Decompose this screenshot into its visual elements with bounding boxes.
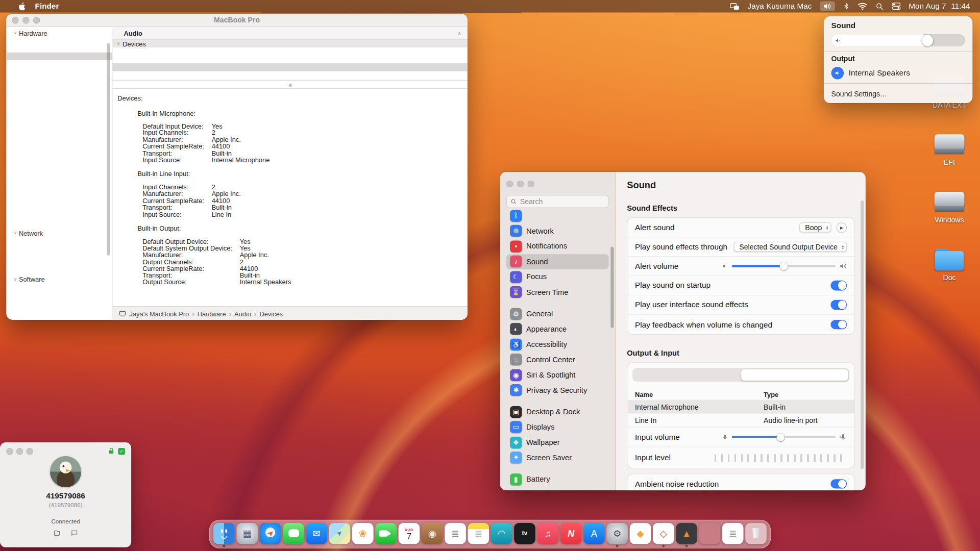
sidebar-item[interactable] bbox=[6, 152, 112, 160]
volume-slider-knob[interactable] bbox=[922, 35, 933, 46]
content-scrollbar[interactable] bbox=[861, 201, 864, 469]
collapse-icon[interactable]: ∧ bbox=[457, 30, 461, 36]
sidebar-item[interactable] bbox=[6, 91, 112, 98]
settings-sidebar-item[interactable]: ▣ Desktop & Dock bbox=[506, 404, 609, 419]
sidebar-item[interactable] bbox=[6, 267, 112, 275]
settings-sidebar-item[interactable]: ❖ Wallpaper bbox=[506, 435, 609, 450]
sidebar-item[interactable] bbox=[6, 144, 112, 152]
settings-search-field[interactable] bbox=[506, 195, 609, 208]
pane-splitter[interactable] bbox=[112, 80, 468, 88]
dock-app[interactable]: ▲ bbox=[676, 522, 697, 545]
settings-sidebar-item[interactable]: ▪ Notifications bbox=[506, 239, 609, 254]
volume-slider[interactable] bbox=[831, 34, 965, 46]
breadcrumb-item[interactable]: Audio bbox=[234, 310, 251, 317]
sidebar-item[interactable] bbox=[6, 121, 112, 129]
dock-app[interactable]: ◇ bbox=[653, 522, 674, 545]
sidebar-item[interactable] bbox=[6, 45, 112, 53]
sidebar-item[interactable] bbox=[6, 252, 112, 260]
settings-sidebar-item[interactable]: ♪ Sound bbox=[506, 254, 609, 269]
settings-sidebar-item[interactable]: ✦ Screen Saver bbox=[506, 450, 609, 465]
settings-sidebar-item[interactable]: ▭ Displays bbox=[506, 419, 609, 435]
sidebar-item[interactable] bbox=[6, 60, 112, 68]
control-center-icon[interactable] bbox=[892, 3, 900, 10]
sidebar-section-network[interactable]: ∨ Network bbox=[6, 229, 112, 237]
sidebar-item[interactable] bbox=[6, 183, 112, 191]
input-volume-slider[interactable] bbox=[722, 433, 847, 441]
dock-app[interactable]: AUG 7 bbox=[399, 522, 420, 545]
settings-sidebar-item[interactable]: ⌛ Screen Time bbox=[506, 285, 609, 300]
menu-clock[interactable]: Mon Aug 7 11:44 bbox=[909, 2, 970, 11]
sidebar-item[interactable] bbox=[6, 291, 112, 298]
sidebar-item[interactable] bbox=[6, 137, 112, 144]
dock-app[interactable]: A bbox=[583, 522, 605, 545]
sidebar-scrollbar[interactable] bbox=[107, 43, 110, 255]
wifi-icon[interactable] bbox=[857, 3, 868, 10]
sidebar-item[interactable] bbox=[6, 244, 112, 252]
dock-app[interactable] bbox=[699, 522, 721, 545]
device-row[interactable] bbox=[112, 56, 468, 63]
device-table-row[interactable]: Internal Microphone Built-in bbox=[627, 400, 854, 414]
tab[interactable] bbox=[740, 368, 848, 381]
dock-app[interactable]: ≣ bbox=[468, 522, 489, 545]
settings-sidebar-item[interactable]: ◐ Appearance bbox=[506, 321, 609, 337]
sidebar-item[interactable] bbox=[6, 76, 112, 83]
sidebar-scrollbar[interactable] bbox=[610, 247, 614, 328]
bluetooth-icon[interactable] bbox=[843, 2, 849, 11]
sidebar-section-hardware[interactable]: ∨ Hardware bbox=[6, 30, 112, 37]
tab[interactable] bbox=[633, 368, 740, 381]
sidebar-item[interactable] bbox=[6, 237, 112, 244]
dock-app[interactable]: ◉ bbox=[422, 522, 443, 545]
device-table-row[interactable]: Line In Audio line-in port bbox=[627, 414, 854, 427]
zoom-button[interactable] bbox=[26, 447, 33, 454]
close-button[interactable] bbox=[506, 181, 513, 187]
settings-sidebar-item[interactable]: ⚙ General bbox=[506, 306, 609, 321]
sound-output-device-dropdown[interactable]: Selected Sound Output Device ▲▼ bbox=[733, 242, 847, 252]
sidebar-item[interactable] bbox=[6, 160, 112, 168]
sidebar-item[interactable] bbox=[6, 221, 112, 229]
sidebar-item[interactable] bbox=[6, 283, 112, 290]
alert-sound-dropdown[interactable]: Boop ▲▼ bbox=[799, 222, 831, 233]
dock-app[interactable]: ➤ bbox=[260, 522, 281, 545]
dock-app[interactable]: tv bbox=[514, 522, 535, 545]
alert-volume-slider[interactable] bbox=[722, 262, 847, 270]
sidebar-item[interactable] bbox=[6, 206, 112, 214]
dock-app[interactable]: ➤ bbox=[329, 522, 351, 545]
desktop-icon[interactable]: Windows bbox=[926, 190, 973, 235]
screen-mirroring-icon[interactable] bbox=[730, 2, 739, 10]
search-input[interactable] bbox=[520, 198, 604, 206]
minimize-button[interactable] bbox=[16, 447, 23, 454]
sidebar-section-software[interactable]: ∨ Software bbox=[6, 275, 112, 283]
settings-sidebar-item[interactable]: ⊕ Network bbox=[506, 223, 609, 239]
dock-app[interactable]: ◡ bbox=[213, 522, 235, 545]
settings-sidebar-item[interactable]: ♿ Accessibility bbox=[506, 337, 609, 352]
sidebar-item[interactable] bbox=[6, 168, 112, 176]
app-menu-finder[interactable]: Finder bbox=[30, 2, 65, 11]
settings-sidebar-item[interactable]: ☾ Focus bbox=[506, 269, 609, 285]
breadcrumb-item[interactable]: Jaya's MacBook Pro bbox=[129, 310, 189, 317]
breadcrumb-item[interactable]: Hardware bbox=[198, 310, 226, 317]
device-row[interactable] bbox=[112, 48, 468, 56]
chat-icon[interactable] bbox=[70, 529, 78, 537]
ambient-noise-toggle[interactable] bbox=[830, 479, 847, 489]
sidebar-item[interactable] bbox=[6, 83, 112, 91]
dock-app[interactable] bbox=[283, 522, 304, 545]
toggle-switch[interactable] bbox=[830, 300, 847, 310]
close-button[interactable] bbox=[6, 447, 13, 454]
device-name-menu[interactable]: Jaya Kusuma Mac bbox=[748, 2, 812, 11]
dock-app[interactable]: ≣ bbox=[722, 522, 744, 545]
output-device-item[interactable]: Internal Speakers bbox=[831, 66, 965, 80]
sidebar-item[interactable] bbox=[6, 114, 112, 121]
breadcrumb-item[interactable]: Devices bbox=[260, 310, 283, 317]
sidebar-item[interactable] bbox=[6, 106, 112, 114]
volume-menu-icon[interactable] bbox=[820, 1, 835, 11]
devices-tree-root[interactable]: ∨ Devices bbox=[112, 40, 468, 47]
settings-sidebar-item[interactable]: ≡ Control Center bbox=[506, 352, 609, 367]
toggle-switch[interactable] bbox=[830, 320, 847, 330]
sidebar-item[interactable] bbox=[6, 260, 112, 267]
sidebar-item[interactable] bbox=[6, 53, 112, 60]
dock-app[interactable]: ◆ bbox=[630, 522, 651, 545]
minimize-button[interactable] bbox=[517, 181, 524, 187]
dock-app[interactable]: ♫ bbox=[537, 522, 558, 545]
settings-sidebar-item[interactable]: ◉ Siri & Spotlight bbox=[506, 367, 609, 383]
file-transfer-icon[interactable] bbox=[53, 529, 61, 537]
